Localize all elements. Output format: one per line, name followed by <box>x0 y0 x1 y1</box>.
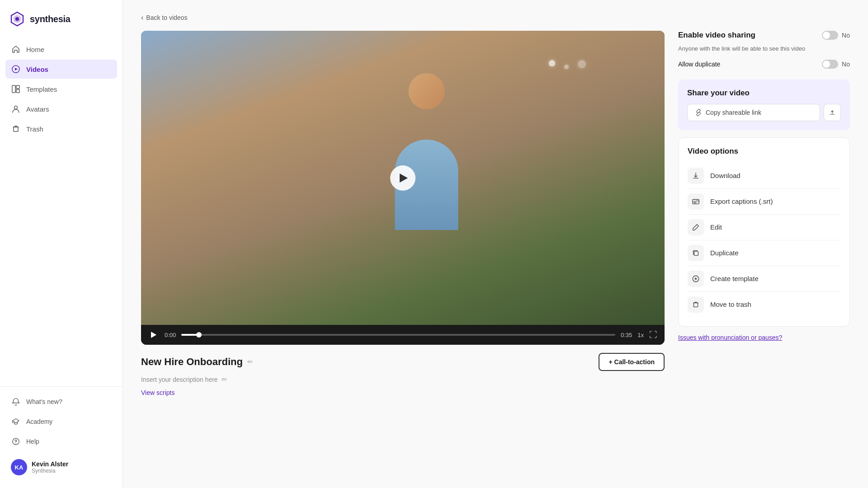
copy-shareable-link-button[interactable]: Copy shareable link <box>687 104 820 121</box>
sidebar-item-templates[interactable]: Templates <box>5 80 117 99</box>
sidebar-item-academy-label: Academy <box>26 418 52 425</box>
sidebar-item-videos[interactable]: Videos <box>5 60 117 79</box>
play-button[interactable] <box>390 165 415 191</box>
video-controls: 0:00 0:35 1x ⛶ <box>141 325 665 345</box>
light-dot-1 <box>549 60 555 66</box>
play-pause-button[interactable] <box>148 329 159 340</box>
allow-duplicate-toggle-group: No <box>822 60 850 69</box>
share-link-row: Copy shareable link <box>687 104 841 121</box>
playback-speed[interactable]: 1x <box>637 332 644 338</box>
option-create-template[interactable]: Create template <box>688 266 840 291</box>
play-triangle-icon <box>400 174 408 183</box>
content-layout: 0:00 0:35 1x ⛶ New Hire Onboarding ✏ <box>141 31 850 397</box>
video-section: 0:00 0:35 1x ⛶ New Hire Onboarding ✏ <box>141 31 665 397</box>
video-title-group: New Hire Onboarding ✏ <box>141 356 253 368</box>
sharing-toggle[interactable] <box>822 31 838 40</box>
option-edit[interactable]: Edit <box>688 214 840 240</box>
progress-thumb <box>196 332 202 338</box>
sharing-row: Enable video sharing No <box>678 31 850 40</box>
trash-icon <box>11 124 21 134</box>
background-lights <box>549 60 586 69</box>
back-arrow-icon: ‹ <box>141 14 143 22</box>
sidebar-item-whats-new-label: What's new? <box>26 398 62 405</box>
svg-rect-14 <box>694 303 698 307</box>
option-duplicate[interactable]: Duplicate <box>688 240 840 266</box>
sidebar-item-academy[interactable]: Academy <box>5 412 117 431</box>
option-move-to-trash[interactable]: Move to trash <box>688 291 840 317</box>
option-export-captions[interactable]: CC Export captions (.srt) <box>688 188 840 214</box>
option-create-template-label: Create template <box>710 275 759 282</box>
sharing-section: Enable video sharing No Anyone with the … <box>678 31 850 80</box>
sidebar-item-home[interactable]: Home <box>5 40 117 59</box>
video-description: Insert your description here <box>141 376 218 383</box>
light-dot-2 <box>564 65 569 69</box>
svg-rect-4 <box>16 85 19 89</box>
edit-option-icon <box>688 219 704 235</box>
option-move-to-trash-label: Move to trash <box>710 300 751 308</box>
video-player: 0:00 0:35 1x ⛶ <box>141 31 665 345</box>
options-card: Video options Download CC Export caption… <box>678 137 850 327</box>
home-icon <box>11 44 21 54</box>
sharing-description: Anyone with the link will be able to see… <box>678 44 850 53</box>
sidebar-item-avatars[interactable]: Avatars <box>5 99 117 118</box>
sidebar-item-templates-label: Templates <box>26 85 57 93</box>
user-profile[interactable]: KA Kevin Alster Synthesia <box>5 454 117 481</box>
svg-rect-3 <box>12 85 15 93</box>
back-label: Back to videos <box>146 14 187 21</box>
sidebar-item-help[interactable]: Help <box>5 432 117 451</box>
option-download-label: Download <box>710 172 741 179</box>
option-download[interactable]: Download <box>688 163 840 188</box>
total-time: 0:35 <box>621 332 632 338</box>
svg-marker-2 <box>15 68 18 70</box>
user-info: Kevin Alster Synthesia <box>32 460 68 474</box>
template-plus-icon <box>688 271 704 287</box>
svg-point-9 <box>15 443 16 444</box>
video-title: New Hire Onboarding <box>141 356 243 368</box>
person-figure <box>309 60 544 325</box>
user-subtitle: Synthesia <box>32 468 68 474</box>
sharing-toggle-group: No <box>822 31 850 40</box>
current-time: 0:00 <box>165 332 176 338</box>
call-to-action-button[interactable]: + Call-to-action <box>599 353 665 371</box>
allow-duplicate-toggle[interactable] <box>822 60 838 69</box>
back-to-videos[interactable]: ‹ Back to videos <box>141 14 187 22</box>
duplicate-icon <box>688 245 704 261</box>
sharing-title: Enable video sharing <box>678 31 755 40</box>
templates-icon <box>11 84 21 94</box>
copy-link-label: Copy shareable link <box>706 109 761 116</box>
sharing-toggle-label: No <box>842 32 850 39</box>
trash2-icon <box>688 296 704 313</box>
progress-bar[interactable] <box>181 334 615 336</box>
avatar: KA <box>11 459 27 475</box>
video-thumbnail <box>141 31 665 325</box>
videos-icon <box>11 64 21 74</box>
logo: synthesia <box>0 0 123 36</box>
toggle-thumb <box>823 32 830 39</box>
edit-title-icon[interactable]: ✏ <box>247 358 253 366</box>
issues-link[interactable]: Issues with pronunciation or pauses? <box>678 334 850 341</box>
sidebar-item-help-label: Help <box>26 438 39 445</box>
avatars-icon <box>11 104 21 114</box>
upload-icon <box>829 109 836 116</box>
svg-rect-12 <box>694 251 698 255</box>
sidebar-bottom: What's new? Academy Help KA Kevin Alster… <box>0 386 123 488</box>
view-scripts-link[interactable]: View scripts <box>141 389 175 396</box>
allow-duplicate-label: Allow duplicate <box>678 61 720 68</box>
play-icon <box>151 332 156 338</box>
video-description-row: Insert your description here ✏ <box>141 375 665 384</box>
sidebar-item-trash[interactable]: Trash <box>5 119 117 138</box>
sidebar-item-trash-label: Trash <box>26 125 43 133</box>
help-icon <box>11 436 21 446</box>
app-name: synthesia <box>30 14 71 24</box>
sidebar-nav: Home Videos Templates Avatars Trash <box>0 36 123 386</box>
share-card-title: Share your video <box>687 89 841 98</box>
right-panel: Enable video sharing No Anyone with the … <box>678 31 850 341</box>
share-upload-button[interactable] <box>824 104 841 121</box>
fullscreen-button[interactable]: ⛶ <box>649 330 657 340</box>
allow-duplicate-toggle-label: No <box>842 61 850 68</box>
edit-description-icon[interactable]: ✏ <box>222 375 227 384</box>
sidebar-item-whats-new[interactable]: What's new? <box>5 392 117 411</box>
main-content: ‹ Back to videos <box>123 0 868 488</box>
person-head <box>408 73 444 109</box>
sidebar: synthesia Home Videos Templates Avatars <box>0 0 123 488</box>
